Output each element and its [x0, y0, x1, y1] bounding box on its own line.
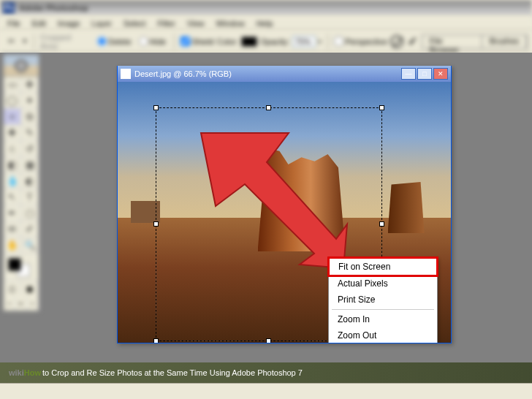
options-bar: ✂ ▼ Cropped Area: Delete Hide Shield Col… — [0, 31, 532, 53]
app-title: Adobe Photoshop — [19, 4, 88, 12]
gradient-tool-icon[interactable]: ▦ — [21, 157, 39, 173]
wand-tool-icon[interactable]: ✦ — [21, 93, 39, 109]
crop-handle[interactable] — [379, 105, 384, 110]
history-brush-icon[interactable]: ↺ — [21, 141, 39, 157]
toolbox: ▭ ✥ ◯ ✦ ⌗ ⧉ ✚ ✎ ⎌ ↺ ◧ ▦ 💧 ◐ ↖ T ✒ ▢ ✉ ✐ … — [3, 54, 39, 311]
eyedropper-tool-icon[interactable]: ✐ — [21, 221, 39, 238]
maximize-button[interactable]: □ — [417, 68, 432, 80]
tab-brushes[interactable]: Brushes — [482, 35, 527, 48]
context-menu: Fit on Screen Actual Pixels Print Size Z… — [328, 257, 438, 343]
pen-tool-icon[interactable]: ✒ — [4, 205, 21, 221]
document-icon — [121, 69, 131, 79]
crop-tool-icon[interactable]: ⌗ — [4, 109, 21, 125]
cropped-area-label: Cropped Area: — [40, 33, 92, 50]
menu-item-actual-pixels[interactable]: Actual Pixels — [329, 276, 437, 292]
palette-tabs: File Browser Brushes — [422, 34, 528, 49]
menu-item-print-size[interactable]: Print Size — [329, 292, 437, 308]
status-bar — [0, 383, 532, 399]
move-tool-icon[interactable]: ✥ — [21, 77, 39, 93]
menu-select[interactable]: Select — [118, 18, 152, 29]
menu-edit[interactable]: Edit — [26, 18, 52, 29]
color-label: Color: — [217, 37, 238, 46]
quick-mask-toggle[interactable]: ◻◼ — [4, 281, 39, 296]
shape-tool-icon[interactable]: ▢ — [21, 205, 39, 221]
document-title: Desert.jpg @ 66.7% (RGB) — [134, 69, 232, 78]
path-tool-icon[interactable]: ↖ — [4, 189, 21, 205]
dodge-tool-icon[interactable]: ◐ — [21, 173, 39, 189]
blur-tool-icon[interactable]: 💧 — [4, 173, 21, 189]
separator — [327, 34, 328, 50]
commit-icon[interactable]: ✓ — [408, 34, 417, 48]
menu-help[interactable]: Help — [251, 18, 279, 29]
app-logo-icon: Ps — [3, 2, 15, 14]
menu-file[interactable]: File — [1, 18, 26, 29]
separator — [174, 34, 175, 50]
close-button[interactable]: ✕ — [433, 68, 448, 80]
stamp-tool-icon[interactable]: ⎌ — [4, 141, 21, 157]
menu-separator — [332, 309, 434, 310]
shield-checkbox[interactable]: Shield — [180, 37, 214, 46]
caption-text: to Crop and Re Size Photos at the Same T… — [42, 368, 303, 377]
crop-handle[interactable] — [266, 105, 271, 110]
opacity-label: Opacity: — [260, 37, 289, 46]
notes-tool-icon[interactable]: ✉ — [4, 221, 21, 238]
crop-handle[interactable] — [266, 338, 271, 343]
brush-tool-icon[interactable]: ✎ — [21, 125, 39, 141]
type-tool-icon[interactable]: T — [21, 189, 39, 205]
color-picker[interactable] — [4, 254, 39, 281]
tab-file-browser[interactable]: File Browser — [422, 35, 482, 48]
zoom-tool-icon[interactable]: 🔍 — [21, 238, 39, 254]
marquee-tool-icon[interactable]: ▭ — [4, 77, 21, 93]
color-swatch[interactable] — [241, 37, 257, 47]
crop-handle[interactable] — [153, 338, 159, 343]
workspace: ▭ ✥ ◯ ✦ ⌗ ⧉ ✚ ✎ ⎌ ↺ ◧ ▦ 💧 ◐ ↖ T ✒ ▢ ✉ ✐ … — [0, 53, 532, 399]
crop-handle[interactable] — [379, 221, 384, 227]
crop-handle[interactable] — [153, 221, 159, 227]
radio-delete[interactable]: Delete — [97, 37, 132, 46]
foreground-swatch[interactable] — [8, 258, 21, 271]
navigator-thumb[interactable] — [4, 55, 39, 77]
menu-bar: File Edit Image Layer Select Filter View… — [0, 16, 532, 31]
eraser-tool-icon[interactable]: ◧ — [4, 157, 21, 173]
lasso-tool-icon[interactable]: ◯ — [4, 93, 21, 109]
menu-image[interactable]: Image — [52, 18, 86, 29]
perspective-checkbox[interactable]: Perspective — [334, 37, 387, 46]
menu-window[interactable]: Window — [210, 18, 251, 29]
menu-view[interactable]: View — [181, 18, 210, 29]
crop-tool-icon[interactable]: ✂ — [4, 34, 19, 49]
menu-filter[interactable]: Filter — [151, 18, 180, 29]
document-window: Desert.jpg @ 66.7% (RGB) — □ ✕ — [117, 66, 452, 343]
document-titlebar[interactable]: Desert.jpg @ 66.7% (RGB) — □ ✕ — [118, 66, 451, 82]
cancel-icon[interactable] — [390, 35, 403, 48]
app-titlebar: Ps Adobe Photoshop — [0, 0, 532, 16]
caption-bar: wikiHow to Crop and Re Size Photos at th… — [0, 362, 532, 383]
hand-tool-icon[interactable]: ✋ — [4, 238, 21, 254]
crop-handle[interactable] — [153, 105, 159, 110]
wikihow-logo: wikiHow — [9, 368, 41, 377]
heal-tool-icon[interactable]: ✚ — [4, 125, 21, 141]
minimize-button[interactable]: — — [401, 68, 416, 80]
menu-item-fit-on-screen[interactable]: Fit on Screen — [327, 256, 438, 277]
slice-tool-icon[interactable]: ⧉ — [21, 109, 39, 125]
separator — [34, 34, 34, 50]
opacity-input[interactable] — [292, 36, 316, 48]
screen-mode-toggle[interactable]: ▫▪▫ — [4, 296, 39, 311]
menu-item-zoom-in[interactable]: Zoom In — [329, 311, 437, 327]
menu-layer[interactable]: Layer — [86, 18, 118, 29]
radio-hide[interactable]: Hide — [139, 37, 167, 46]
canvas[interactable]: Fit on Screen Actual Pixels Print Size Z… — [118, 82, 451, 343]
menu-item-zoom-out[interactable]: Zoom Out — [329, 327, 437, 343]
drop-arrow-icon[interactable]: ▸ — [319, 38, 322, 45]
drop-arrow-icon[interactable]: ▼ — [22, 38, 28, 45]
